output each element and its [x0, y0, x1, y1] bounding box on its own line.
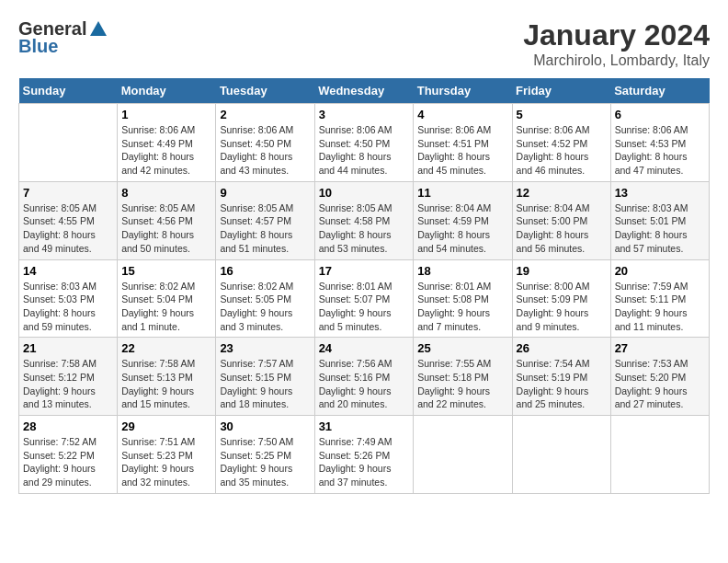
day-info: Sunrise: 7:58 AM Sunset: 5:13 PM Dayligh… [121, 357, 211, 411]
day-info: Sunrise: 8:06 AM Sunset: 4:53 PM Dayligh… [615, 123, 705, 178]
day-number: 3 [319, 108, 410, 121]
day-info: Sunrise: 8:04 AM Sunset: 4:59 PM Dayligh… [417, 201, 507, 256]
day-info: Sunrise: 8:03 AM Sunset: 5:01 PM Dayligh… [615, 201, 705, 256]
day-number: 13 [615, 186, 705, 200]
day-info: Sunrise: 8:05 AM Sunset: 4:56 PM Dayligh… [121, 201, 211, 256]
calendar-cell [19, 104, 118, 182]
calendar-cell: 25Sunrise: 7:55 AM Sunset: 5:18 PM Dayli… [414, 338, 512, 416]
day-header-tuesday: Tuesday [216, 78, 314, 104]
day-info: Sunrise: 7:58 AM Sunset: 5:12 PM Dayligh… [23, 357, 113, 411]
day-number: 7 [23, 186, 113, 200]
day-info: Sunrise: 7:54 AM Sunset: 5:19 PM Dayligh… [517, 357, 607, 411]
day-header-saturday: Saturday [610, 78, 709, 104]
calendar-cell: 8Sunrise: 8:05 AM Sunset: 4:56 PM Daylig… [118, 181, 216, 259]
calendar-header-row: SundayMondayTuesdayWednesdayThursdayFrid… [19, 78, 710, 104]
day-header-thursday: Thursday [414, 78, 512, 104]
calendar-table: SundayMondayTuesdayWednesdayThursdayFrid… [18, 78, 710, 494]
day-number: 17 [319, 264, 410, 278]
day-number: 28 [23, 419, 113, 433]
calendar-cell: 2Sunrise: 8:06 AM Sunset: 4:50 PM Daylig… [216, 104, 314, 182]
calendar-cell: 4Sunrise: 8:06 AM Sunset: 4:51 PM Daylig… [414, 104, 512, 182]
day-info: Sunrise: 7:56 AM Sunset: 5:16 PM Dayligh… [319, 357, 410, 411]
calendar-week-5: 28Sunrise: 7:52 AM Sunset: 5:22 PM Dayli… [19, 416, 710, 494]
calendar-cell: 29Sunrise: 7:51 AM Sunset: 5:23 PM Dayli… [118, 416, 216, 494]
title-section: January 2024 Marchirolo, Lombardy, Italy [523, 18, 710, 69]
day-number: 22 [121, 341, 211, 355]
calendar-cell: 22Sunrise: 7:58 AM Sunset: 5:13 PM Dayli… [118, 338, 216, 416]
day-header-monday: Monday [118, 78, 216, 104]
day-info: Sunrise: 8:05 AM Sunset: 4:57 PM Dayligh… [220, 201, 310, 256]
day-header-friday: Friday [512, 78, 610, 104]
day-number: 14 [23, 264, 113, 278]
calendar-cell: 23Sunrise: 7:57 AM Sunset: 5:15 PM Dayli… [216, 338, 314, 416]
calendar-week-3: 14Sunrise: 8:03 AM Sunset: 5:03 PM Dayli… [19, 259, 710, 338]
day-number: 9 [220, 186, 310, 200]
calendar-cell [512, 416, 610, 494]
calendar-cell: 5Sunrise: 8:06 AM Sunset: 4:52 PM Daylig… [512, 104, 610, 182]
logo-blue: Blue [18, 36, 58, 57]
day-number: 24 [319, 341, 410, 355]
calendar-cell: 17Sunrise: 8:01 AM Sunset: 5:07 PM Dayli… [314, 259, 414, 338]
day-number: 21 [23, 341, 113, 355]
day-info: Sunrise: 7:49 AM Sunset: 5:26 PM Dayligh… [319, 435, 410, 489]
day-number: 27 [615, 341, 705, 355]
day-number: 19 [517, 264, 607, 278]
calendar-cell: 30Sunrise: 7:50 AM Sunset: 5:25 PM Dayli… [216, 416, 314, 494]
day-info: Sunrise: 7:51 AM Sunset: 5:23 PM Dayligh… [121, 435, 211, 489]
calendar-cell: 26Sunrise: 7:54 AM Sunset: 5:19 PM Dayli… [512, 338, 610, 416]
calendar-cell: 21Sunrise: 7:58 AM Sunset: 5:12 PM Dayli… [19, 338, 118, 416]
day-info: Sunrise: 8:01 AM Sunset: 5:07 PM Dayligh… [319, 280, 410, 334]
day-info: Sunrise: 8:06 AM Sunset: 4:50 PM Dayligh… [220, 123, 310, 178]
day-header-wednesday: Wednesday [314, 78, 414, 104]
day-info: Sunrise: 7:53 AM Sunset: 5:20 PM Dayligh… [615, 357, 705, 411]
day-number: 10 [319, 186, 410, 200]
calendar-title: January 2024 [523, 18, 710, 52]
day-info: Sunrise: 8:06 AM Sunset: 4:50 PM Dayligh… [319, 123, 410, 178]
calendar-cell: 9Sunrise: 8:05 AM Sunset: 4:57 PM Daylig… [216, 181, 314, 259]
day-header-sunday: Sunday [19, 78, 118, 104]
calendar-cell: 31Sunrise: 7:49 AM Sunset: 5:26 PM Dayli… [314, 416, 414, 494]
calendar-cell: 24Sunrise: 7:56 AM Sunset: 5:16 PM Dayli… [314, 338, 414, 416]
day-number: 12 [517, 186, 607, 200]
day-info: Sunrise: 7:50 AM Sunset: 5:25 PM Dayligh… [220, 435, 310, 489]
day-number: 26 [517, 341, 607, 355]
calendar-cell: 16Sunrise: 8:02 AM Sunset: 5:05 PM Dayli… [216, 259, 314, 338]
day-info: Sunrise: 8:01 AM Sunset: 5:08 PM Dayligh… [417, 280, 507, 334]
day-number: 15 [121, 264, 211, 278]
calendar-cell: 12Sunrise: 8:04 AM Sunset: 5:00 PM Dayli… [512, 181, 610, 259]
day-number: 2 [220, 108, 310, 121]
calendar-cell [414, 416, 512, 494]
day-info: Sunrise: 8:06 AM Sunset: 4:49 PM Dayligh… [121, 123, 211, 178]
calendar-week-2: 7Sunrise: 8:05 AM Sunset: 4:55 PM Daylig… [19, 181, 710, 259]
calendar-cell: 18Sunrise: 8:01 AM Sunset: 5:08 PM Dayli… [414, 259, 512, 338]
calendar-week-1: 1Sunrise: 8:06 AM Sunset: 4:49 PM Daylig… [19, 104, 710, 182]
day-number: 18 [417, 264, 507, 278]
calendar-cell: 1Sunrise: 8:06 AM Sunset: 4:49 PM Daylig… [118, 104, 216, 182]
page-header: General Blue January 2024 Marchirolo, Lo… [18, 18, 710, 69]
calendar-cell: 27Sunrise: 7:53 AM Sunset: 5:20 PM Dayli… [610, 338, 709, 416]
day-number: 16 [220, 264, 310, 278]
day-info: Sunrise: 8:02 AM Sunset: 5:05 PM Dayligh… [220, 280, 310, 334]
calendar-cell: 28Sunrise: 7:52 AM Sunset: 5:22 PM Dayli… [19, 416, 118, 494]
day-info: Sunrise: 8:06 AM Sunset: 4:52 PM Dayligh… [517, 123, 607, 178]
day-info: Sunrise: 7:59 AM Sunset: 5:11 PM Dayligh… [615, 280, 705, 334]
day-number: 20 [615, 264, 705, 278]
calendar-cell: 19Sunrise: 8:00 AM Sunset: 5:09 PM Dayli… [512, 259, 610, 338]
calendar-subtitle: Marchirolo, Lombardy, Italy [523, 52, 710, 69]
day-number: 29 [121, 419, 211, 433]
day-info: Sunrise: 8:06 AM Sunset: 4:51 PM Dayligh… [417, 123, 507, 178]
day-number: 1 [121, 108, 211, 121]
day-info: Sunrise: 8:05 AM Sunset: 4:58 PM Dayligh… [319, 201, 410, 256]
calendar-cell: 3Sunrise: 8:06 AM Sunset: 4:50 PM Daylig… [314, 104, 414, 182]
calendar-cell: 15Sunrise: 8:02 AM Sunset: 5:04 PM Dayli… [118, 259, 216, 338]
day-info: Sunrise: 8:05 AM Sunset: 4:55 PM Dayligh… [23, 201, 113, 256]
calendar-cell: 14Sunrise: 8:03 AM Sunset: 5:03 PM Dayli… [19, 259, 118, 338]
logo-triangle-icon [90, 21, 107, 36]
day-number: 31 [319, 419, 410, 433]
day-number: 25 [417, 341, 507, 355]
calendar-week-4: 21Sunrise: 7:58 AM Sunset: 5:12 PM Dayli… [19, 338, 710, 416]
day-info: Sunrise: 7:57 AM Sunset: 5:15 PM Dayligh… [220, 357, 310, 411]
day-number: 4 [417, 108, 507, 121]
calendar-cell: 7Sunrise: 8:05 AM Sunset: 4:55 PM Daylig… [19, 181, 118, 259]
logo: General Blue [18, 18, 107, 57]
